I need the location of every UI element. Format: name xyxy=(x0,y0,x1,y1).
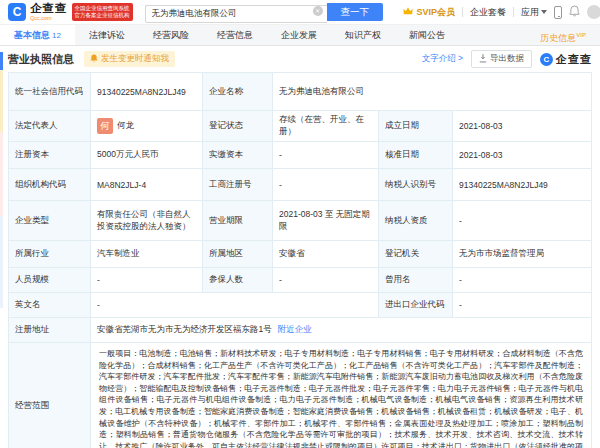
field-value: 无为市市场监督管理局 xyxy=(453,241,592,268)
table-row: 企业类型 有限责任公司（非自然人投资或控股的法人独资） 营业期限 2021-08… xyxy=(9,201,592,241)
notify-on-change-button[interactable]: 发生变更时通知我 xyxy=(84,51,175,67)
tab-operation-risk[interactable]: 经营风险 xyxy=(139,25,203,45)
field-label: 进出口企业代码 xyxy=(379,293,453,318)
field-label: 所属地区 xyxy=(203,241,273,268)
top-header: C 企查查 Qcc.com 全国企业信用查询系统 官方备案企业征信机构 ✕ 查一… xyxy=(0,0,600,24)
field-value: 安徽省芜湖市无为市无为经济开发区福东路1号附近企业 xyxy=(91,318,592,343)
field-label: 纳税人资质 xyxy=(379,201,453,241)
edge-strip-blue xyxy=(0,52,3,70)
field-label: 登记状态 xyxy=(203,111,273,142)
edge-strip-lightblue xyxy=(0,216,3,308)
qcc-watermark-icon: C xyxy=(540,53,553,66)
avatar[interactable] xyxy=(587,5,600,19)
field-value: - xyxy=(453,293,592,318)
table-row: 注册资本 5000万元人民币 实缴资本 - 核准日期 2021-08-03 xyxy=(9,142,592,169)
field-label: 企业类型 xyxy=(9,201,91,241)
bell-icon[interactable] xyxy=(569,5,580,19)
divider xyxy=(462,7,463,17)
legal-rep-name-link[interactable]: 何龙 xyxy=(117,120,134,132)
official-badge: 全国企业信用查询系统 官方备案企业征信机构 xyxy=(72,3,133,21)
field-label: 所属行业 xyxy=(9,241,91,268)
brand-name: 企查查 xyxy=(30,3,68,15)
field-value: 5000万元人民币 xyxy=(91,142,203,169)
edge-strip-yellow xyxy=(0,70,3,132)
tab-basic-info[interactable]: 基本信息12 xyxy=(0,25,75,45)
field-value: - xyxy=(273,268,379,293)
table-row: 组织机构代码 MA8N2JLJ-4 工商注册号 - 纳税人识别号 9134022… xyxy=(9,169,592,201)
field-value: 2021-08-03 至 无固定期限 xyxy=(273,201,379,241)
field-value: 何 何龙 xyxy=(91,111,203,142)
field-value: - xyxy=(273,142,379,169)
field-value: 无为弗迪电池有限公司 xyxy=(273,73,592,111)
field-value: - xyxy=(273,169,379,201)
qcc-logo-text: 企查查 Qcc.com xyxy=(30,3,68,21)
table-row: 经营范围 一般项目：电池制造；电池销售；新材料技术研发；电子专用材料制造；电子专… xyxy=(9,343,592,448)
chevron-down-icon xyxy=(541,10,547,14)
export-data-button[interactable]: 导出数据 xyxy=(471,50,532,68)
field-label: 实缴资本 xyxy=(203,142,273,169)
field-value: - xyxy=(453,201,592,241)
clear-search-icon[interactable]: ✕ xyxy=(313,6,323,16)
table-row: 注册地址 安徽省芜湖市无为市无为经济开发区福东路1号附近企业 xyxy=(9,318,592,343)
mobile-app-icon[interactable] xyxy=(554,6,562,19)
apps-menu[interactable]: 应用 xyxy=(521,6,547,19)
crown-icon xyxy=(403,7,413,17)
field-label: 注册资本 xyxy=(9,142,91,169)
header-right-nav: SVIP会员 企业套餐 应用 xyxy=(403,5,594,19)
section-title: 营业执照信息 xyxy=(8,52,74,67)
tab-operation-info[interactable]: 经营信息 xyxy=(203,25,267,45)
tab-news-announcement[interactable]: 新闻公告 xyxy=(395,25,459,45)
field-value: - xyxy=(91,293,379,318)
qcc-watermark: C 企查查 xyxy=(540,52,592,67)
field-label: 参保人数 xyxy=(203,268,273,293)
field-label: 曾用名 xyxy=(379,268,453,293)
table-row: 人员规模 - 参保人数 - 曾用名 - xyxy=(9,268,592,293)
field-label: 工商注册号 xyxy=(203,169,273,201)
field-value: 2021-08-03 xyxy=(453,142,592,169)
field-value: MA8N2JLJ-4 xyxy=(91,169,203,201)
field-label: 企业名称 xyxy=(203,73,273,111)
qcc-logo[interactable]: C 企查查 Qcc.com 全国企业信用查询系统 官方备案企业征信机构 xyxy=(8,3,133,21)
business-scope-value: 一般项目：电池制造；电池销售；新材料技术研发；电子专用材料制造；电子专用材料销售… xyxy=(91,343,592,448)
svip-link[interactable]: SVIP会员 xyxy=(403,6,455,19)
download-icon xyxy=(479,54,487,65)
field-label: 法定代表人 xyxy=(9,111,91,142)
tab-company-development[interactable]: 企业发展 xyxy=(267,25,331,45)
field-label: 注册地址 xyxy=(9,318,91,343)
field-value: 91340225MA8N2JLJ49 xyxy=(453,169,592,201)
table-row: 统一社会信用代码 91340225MA8N2JLJ49 企业名称 无为弗迪电池有… xyxy=(9,73,592,111)
enterprise-package-link[interactable]: 企业套餐 xyxy=(470,6,506,19)
field-label: 核准日期 xyxy=(379,142,453,169)
business-license-section-header: 营业执照信息 发生变更时通知我 文字介绍 > 导出数据 C 企查查 xyxy=(0,46,600,72)
field-label: 英文名 xyxy=(9,293,91,318)
company-tab-bar: 基本信息12 法律诉讼 经营风险 经营信息 企业发展 知识产权 新闻公告 历史信… xyxy=(0,24,600,46)
tab-legal-litigation[interactable]: 法律诉讼 xyxy=(75,25,139,45)
field-value: - xyxy=(91,268,203,293)
field-value: 安徽省 xyxy=(273,241,379,268)
vip-badge: VIP xyxy=(576,32,586,38)
search-input[interactable] xyxy=(145,5,327,23)
field-value: 有限责任公司（非自然人投资或控股的法人独资） xyxy=(91,201,203,241)
field-label: 成立日期 xyxy=(379,111,453,142)
business-license-table: 统一社会信用代码 91340225MA8N2JLJ49 企业名称 无为弗迪电池有… xyxy=(8,72,592,448)
tab-intellectual-property[interactable]: 知识产权 xyxy=(331,25,395,45)
tab-history-info[interactable]: 历史信息VIP xyxy=(526,25,600,45)
table-row: 法定代表人 何 何龙 登记状态 存续（在营、开业、在册） 成立日期 2021-0… xyxy=(9,111,592,142)
edge-strip-pink xyxy=(0,132,3,216)
brand-domain: Qcc.com xyxy=(30,16,68,22)
table-row: 英文名 - 进出口企业代码 - xyxy=(9,293,592,318)
text-intro-link[interactable]: 文字介绍 > xyxy=(422,53,463,65)
search-bar: ✕ 查一下 xyxy=(145,2,384,23)
legal-rep-avatar: 何 xyxy=(97,118,113,134)
nearby-companies-link[interactable]: 附近企业 xyxy=(278,324,312,334)
field-label: 组织机构代码 xyxy=(9,169,91,201)
field-value: - xyxy=(453,268,592,293)
field-label: 营业期限 xyxy=(203,201,273,241)
field-label: 纳税人识别号 xyxy=(379,169,453,201)
bell-icon xyxy=(90,54,98,65)
qcc-logo-icon: C xyxy=(8,3,26,21)
divider xyxy=(513,7,514,17)
search-button[interactable]: 查一下 xyxy=(327,3,384,21)
field-label: 统一社会信用代码 xyxy=(9,73,91,111)
field-value: 存续（在营、开业、在册） xyxy=(273,111,379,142)
